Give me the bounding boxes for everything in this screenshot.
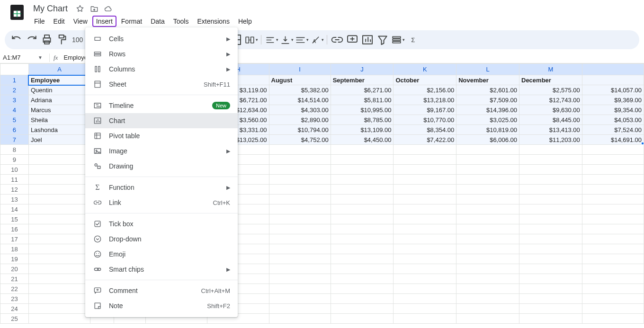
- cell[interactable]: $2,601.00: [456, 85, 519, 95]
- cell[interactable]: [456, 165, 519, 175]
- cell[interactable]: [456, 294, 519, 304]
- row-header[interactable]: 22: [0, 284, 29, 294]
- select-all-corner[interactable]: [0, 64, 29, 75]
- row-header[interactable]: 21: [0, 274, 29, 284]
- cell[interactable]: [28, 274, 90, 284]
- cell[interactable]: [394, 224, 456, 234]
- row-header[interactable]: 1: [0, 75, 29, 85]
- cell[interactable]: [519, 264, 582, 274]
- menu-data[interactable]: Data: [147, 16, 169, 27]
- sheets-logo[interactable]: [8, 3, 27, 22]
- cloud-status-icon[interactable]: [104, 4, 113, 14]
- cell[interactable]: [519, 165, 582, 175]
- cell[interactable]: Adriana: [28, 95, 90, 105]
- row-header[interactable]: 14: [0, 204, 29, 214]
- cell[interactable]: [456, 314, 519, 324]
- cell[interactable]: [519, 254, 582, 264]
- menu-item-pivot-table[interactable]: Pivot table: [85, 128, 238, 143]
- cell[interactable]: $14,057.00: [582, 85, 644, 95]
- cell[interactable]: [331, 294, 394, 304]
- cell[interactable]: $3,025.00: [456, 115, 519, 125]
- cell[interactable]: $7,422.00: [394, 135, 456, 145]
- cell[interactable]: [269, 214, 331, 224]
- menu-item-rows[interactable]: Rows▶: [85, 46, 238, 62]
- cell[interactable]: [394, 155, 456, 165]
- menu-file[interactable]: File: [30, 16, 49, 27]
- menu-item-function[interactable]: ΣFunction▶: [85, 180, 238, 195]
- cell[interactable]: [582, 145, 644, 155]
- cell[interactable]: [582, 294, 644, 304]
- cell[interactable]: [28, 155, 90, 165]
- cell[interactable]: [331, 185, 394, 195]
- cell[interactable]: $9,369.00: [582, 95, 644, 105]
- menu-tools[interactable]: Tools: [170, 16, 193, 27]
- cell[interactable]: [519, 145, 582, 155]
- cell[interactable]: [28, 175, 90, 185]
- cell[interactable]: [28, 185, 90, 195]
- cell[interactable]: September: [331, 75, 394, 85]
- cell[interactable]: [582, 244, 644, 254]
- cell[interactable]: [582, 314, 644, 324]
- cell[interactable]: Employee: [28, 75, 90, 85]
- menu-item-image[interactable]: Image▶: [85, 143, 238, 159]
- col-header-I[interactable]: I: [269, 64, 331, 75]
- row-header[interactable]: 17: [0, 234, 29, 244]
- cell[interactable]: $10,794.00: [269, 125, 331, 135]
- h-align-button[interactable]: ▾: [264, 33, 278, 47]
- cell[interactable]: [582, 185, 644, 195]
- cell[interactable]: Marcus: [28, 105, 90, 115]
- cell[interactable]: [269, 274, 331, 284]
- menu-view[interactable]: View: [70, 16, 91, 27]
- menu-format[interactable]: Format: [117, 16, 146, 27]
- row-header[interactable]: 5: [0, 115, 29, 125]
- cell[interactable]: $4,303.00: [269, 105, 331, 115]
- col-header-partial[interactable]: [582, 64, 644, 75]
- redo-button[interactable]: [25, 33, 39, 47]
- cell[interactable]: Lashonda: [28, 125, 90, 135]
- filter-views-button[interactable]: ▾: [391, 33, 405, 47]
- cell[interactable]: [331, 224, 394, 234]
- cell[interactable]: [331, 145, 394, 155]
- cell[interactable]: [28, 244, 90, 254]
- cell[interactable]: [28, 314, 90, 324]
- row-header[interactable]: 23: [0, 294, 29, 304]
- cell[interactable]: [331, 234, 394, 244]
- cell[interactable]: $6,006.00: [456, 135, 519, 145]
- cell[interactable]: [582, 304, 644, 314]
- menu-item-comment[interactable]: CommentCtrl+Alt+M: [85, 283, 238, 298]
- cell[interactable]: [394, 145, 456, 155]
- cell[interactable]: $5,811.00: [331, 95, 394, 105]
- v-align-button[interactable]: ▾: [279, 33, 294, 47]
- cell[interactable]: $8,354.00: [394, 125, 456, 135]
- menu-item-drop-down[interactable]: Drop-down: [85, 231, 238, 247]
- cell[interactable]: [582, 204, 644, 214]
- menu-help[interactable]: Help: [234, 16, 256, 27]
- cell[interactable]: $14,396.00: [456, 105, 519, 115]
- menu-insert[interactable]: Insert: [92, 16, 116, 27]
- row-header[interactable]: 10: [0, 165, 29, 175]
- cell[interactable]: [28, 234, 90, 244]
- cell[interactable]: [331, 254, 394, 264]
- cell[interactable]: $7,509.00: [456, 95, 519, 105]
- cell[interactable]: [269, 165, 331, 175]
- cell[interactable]: [28, 254, 90, 264]
- cell[interactable]: [28, 145, 90, 155]
- cell[interactable]: [394, 304, 456, 314]
- cell[interactable]: $2,890.00: [269, 115, 331, 125]
- menu-item-sheet[interactable]: SheetShift+F11: [85, 77, 238, 92]
- cell[interactable]: [582, 155, 644, 165]
- cell[interactable]: [269, 264, 331, 274]
- row-header[interactable]: 18: [0, 244, 29, 254]
- cell[interactable]: [456, 224, 519, 234]
- cell[interactable]: [28, 264, 90, 274]
- cell[interactable]: [28, 195, 90, 204]
- menu-item-cells[interactable]: Cells▶: [85, 31, 238, 46]
- cell[interactable]: [519, 284, 582, 294]
- row-header[interactable]: 2: [0, 85, 29, 95]
- cell[interactable]: [269, 224, 331, 234]
- cell[interactable]: Joel: [28, 135, 90, 145]
- cell[interactable]: [582, 214, 644, 224]
- cell[interactable]: [519, 195, 582, 204]
- cell[interactable]: [394, 264, 456, 274]
- cell[interactable]: $10,770.00: [394, 115, 456, 125]
